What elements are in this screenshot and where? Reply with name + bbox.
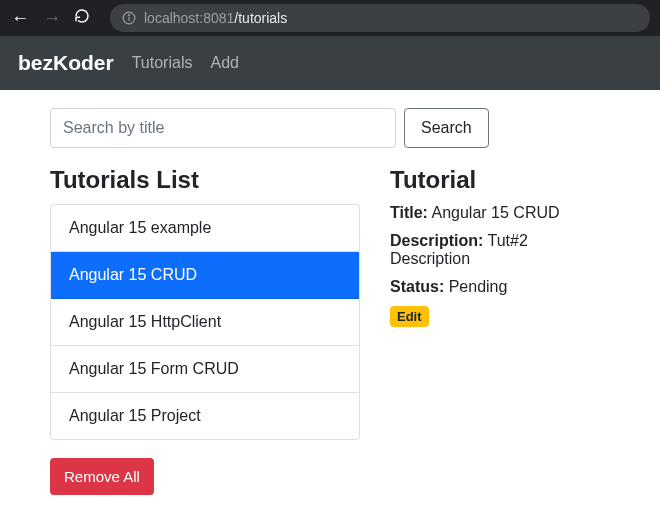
title-label: Title: <box>390 204 428 221</box>
status-label: Status: <box>390 278 444 295</box>
search-row: Search <box>50 108 610 148</box>
status-value: Pending <box>449 278 508 295</box>
svg-point-2 <box>129 15 130 16</box>
tutorials-list: Angular 15 example Angular 15 CRUD Angul… <box>50 204 360 440</box>
nav-link-tutorials[interactable]: Tutorials <box>132 54 193 72</box>
reload-icon[interactable] <box>74 8 90 28</box>
detail-description-row: Description: Tut#2 Description <box>390 232 610 268</box>
info-icon <box>122 11 136 25</box>
list-item[interactable]: Angular 15 Project <box>51 393 359 439</box>
url-text: localhost:8081/tutorials <box>144 10 287 26</box>
address-bar[interactable]: localhost:8081/tutorials <box>110 4 650 32</box>
app-navbar: bezKoder Tutorials Add <box>0 36 660 90</box>
brand[interactable]: bezKoder <box>18 51 114 75</box>
detail-title-row: Title: Angular 15 CRUD <box>390 204 610 222</box>
url-path: /tutorials <box>234 10 287 26</box>
back-icon[interactable]: ← <box>10 8 30 29</box>
list-item[interactable]: Angular 15 Form CRUD <box>51 346 359 393</box>
url-host: localhost <box>144 10 199 26</box>
edit-button[interactable]: Edit <box>390 306 429 327</box>
detail-heading: Tutorial <box>390 166 610 194</box>
remove-all-button[interactable]: Remove All <box>50 458 154 495</box>
list-item[interactable]: Angular 15 example <box>51 205 359 252</box>
search-button[interactable]: Search <box>404 108 489 148</box>
list-item[interactable]: Angular 15 HttpClient <box>51 299 359 346</box>
title-value: Angular 15 CRUD <box>432 204 560 221</box>
browser-toolbar: ← → localhost:8081/tutorials <box>0 0 660 36</box>
search-input[interactable] <box>50 108 396 148</box>
description-label: Description: <box>390 232 483 249</box>
forward-icon[interactable]: → <box>42 8 62 29</box>
url-port: :8081 <box>199 10 234 26</box>
list-heading: Tutorials List <box>50 166 360 194</box>
nav-link-add[interactable]: Add <box>210 54 238 72</box>
detail-status-row: Status: Pending <box>390 278 610 296</box>
list-item[interactable]: Angular 15 CRUD <box>51 252 359 299</box>
